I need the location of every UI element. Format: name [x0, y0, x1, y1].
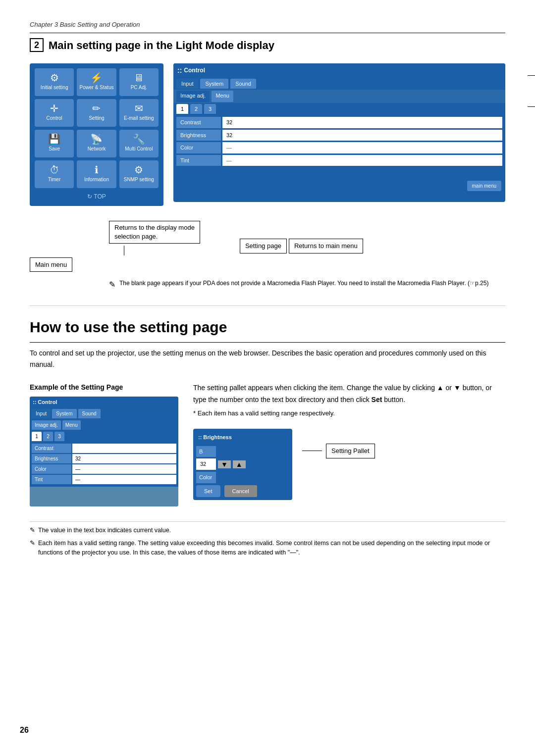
ex-sub-tabs: Image adj. Menu: [30, 419, 178, 431]
ex-row-brightness[interactable]: Brightness 32: [32, 454, 176, 463]
ex-dots-icon: ::: [33, 398, 36, 406]
power-status-icon: ⚡: [90, 73, 103, 83]
subtab-image-adj[interactable]: Image adj.: [176, 91, 210, 102]
menu-item-pc-adj[interactable]: 🖥 PC Adj.: [119, 68, 159, 96]
pallet-dots-icon: ::: [198, 433, 202, 442]
ex-row-contrast: Contrast: [32, 444, 176, 453]
tab-input[interactable]: Input: [176, 79, 198, 89]
ex-subtab-menu[interactable]: Menu: [62, 420, 81, 430]
ex-tab-system[interactable]: System: [52, 409, 76, 418]
ex-page-3[interactable]: 3: [54, 432, 64, 441]
setting-range-note: * Each item has a valid setting range re…: [193, 408, 505, 419]
page-tab-2[interactable]: 2: [190, 104, 202, 114]
pallet-popup: :: Brightness B 32 ▼ ▲ Color: [193, 429, 292, 500]
menu-item-save[interactable]: 💾 Save: [35, 130, 74, 157]
diagram-area: ⚙ Initial setting ⚡ Power & Status 🖥 PC …: [30, 63, 505, 206]
top-link[interactable]: ↻ TOP: [87, 192, 106, 201]
returns-main-label: Returns to main menu: [289, 239, 363, 253]
main-menu-button[interactable]: main menu: [467, 181, 501, 191]
control-page-tabs: 1 2 3: [173, 103, 505, 115]
email-icon: ✉: [135, 103, 143, 113]
control-header: :: Control: [173, 63, 505, 78]
row-brightness: Brightness 32: [176, 130, 502, 141]
example-right-text: The setting pallet appears when clicking…: [193, 382, 505, 406]
pallet-value-input[interactable]: 32: [196, 458, 216, 470]
ex-row-tint: Tint —: [32, 475, 176, 484]
bottom-note-2: ✎ Each item has a valid setting range. T…: [30, 539, 505, 557]
example-left: Example of the Setting Page :: Control I…: [30, 382, 178, 506]
returns-display-line: [124, 246, 124, 255]
menu-item-timer[interactable]: ⏱ Timer: [35, 160, 74, 188]
main-menu-annotation: Main menu: [30, 257, 505, 272]
pallet-area: :: Brightness B 32 ▼ ▲ Color: [193, 429, 505, 500]
example-right: The setting pallet appears when clicking…: [193, 382, 505, 506]
example-title: Example of the Setting Page: [30, 382, 178, 393]
main-diagram: ⚙ Initial setting ⚡ Power & Status 🖥 PC …: [30, 63, 505, 291]
tab-system[interactable]: System: [200, 79, 228, 89]
save-icon: 💾: [48, 134, 60, 144]
page-tab-1[interactable]: 1: [176, 104, 188, 114]
ex-tab-input[interactable]: Input: [32, 409, 51, 418]
control-main-tabs: Input System Sound: [173, 78, 505, 90]
ex-subtab-image[interactable]: Image adj.: [32, 420, 61, 430]
ex-rows: Contrast Brightness 32 Color — Tint —: [30, 442, 178, 487]
timer-icon: ⏱: [50, 165, 59, 175]
section2: How to use the setting page To control a…: [30, 316, 505, 557]
menu-item-setting[interactable]: ✏ Setting: [77, 99, 116, 127]
menu-grid: ⚙ Initial setting ⚡ Power & Status 🖥 PC …: [35, 68, 159, 188]
menu-item-snmp[interactable]: ⚙ SNMP setting: [119, 160, 159, 188]
returns-display-annotation: Returns to the display modeselection pag…: [109, 221, 200, 255]
section-number: 2: [30, 38, 44, 52]
chapter-header: Chapter 3 Basic Setting and Operation: [30, 20, 505, 33]
pallet-down-btn[interactable]: ▼: [218, 460, 231, 468]
pallet-b-row: B: [196, 446, 289, 457]
pc-adj-icon: 🖥: [134, 73, 144, 83]
menu-item-control[interactable]: ✛ Control: [35, 99, 74, 127]
control-sub-tabs: Image adj. Menu: [173, 90, 505, 103]
pallet-set-button[interactable]: Set: [196, 485, 220, 498]
bottom-annotations: Returns to the display modeselection pag…: [30, 221, 505, 255]
pallet-arrow-line: [302, 451, 322, 451]
bottom-note-1: ✎ The value in the text box indicates cu…: [30, 526, 505, 535]
right-panel: :: Control Input System Sound Image adj.…: [173, 63, 505, 206]
control-dots-icon: ::: [177, 65, 182, 76]
example-area: Example of the Setting Page :: Control I…: [30, 382, 505, 506]
pallet-cancel-button[interactable]: Cancel: [224, 485, 257, 498]
pallet-popup-header: :: Brightness: [196, 432, 289, 443]
control-icon: ✛: [50, 103, 58, 113]
subtab-menu[interactable]: Menu: [212, 91, 233, 102]
information-icon: ℹ: [95, 165, 99, 175]
network-icon: 📡: [90, 134, 103, 144]
menu-item-information[interactable]: ℹ Information: [77, 160, 116, 188]
setting-icon: ✏: [92, 103, 101, 113]
note2-icon: ✎: [30, 539, 35, 548]
returns-display-label: Returns to the display modeselection pag…: [109, 221, 200, 244]
page-tab-3[interactable]: 3: [204, 104, 216, 114]
page-numbers-annotation: Page numbers: [528, 100, 535, 114]
note1-icon: ✎: [30, 526, 35, 535]
how-desc: To control and set up the projector, use…: [30, 348, 505, 370]
control-panel: :: Control Input System Sound Image adj.…: [173, 63, 505, 202]
snmp-icon: ⚙: [134, 165, 143, 175]
ex-tab-sound[interactable]: Sound: [78, 409, 101, 418]
row-color: Color —: [176, 142, 502, 153]
multi-control-icon: 🔧: [133, 134, 145, 144]
setting-pallet-label-row: Setting Pallet: [302, 444, 375, 458]
example-panel: :: Control Input System Sound Image adj.…: [30, 397, 178, 506]
menu-item-power-status[interactable]: ⚡ Power & Status: [77, 68, 116, 96]
pallet-value-row: 32 ▼ ▲: [196, 458, 289, 470]
pallet-up-btn[interactable]: ▲: [233, 460, 246, 468]
control-table: Contrast 32 Brightness 32 Color — Tint —: [173, 115, 505, 169]
section1-title: 2 Main setting page in the Light Mode di…: [30, 37, 505, 53]
top-link-area: ↻ TOP: [35, 192, 159, 201]
menu-item-initial-setting[interactable]: ⚙ Initial setting: [35, 68, 74, 96]
ex-page-1[interactable]: 1: [32, 432, 42, 441]
setting-page-label: Setting page: [240, 239, 287, 253]
menu-item-email[interactable]: ✉ E-mail setting: [119, 99, 159, 127]
tab-sound[interactable]: Sound: [230, 79, 256, 89]
ex-page-2[interactable]: 2: [43, 432, 53, 441]
right-annotations: Sub menu tab Page numbers: [528, 68, 535, 114]
menu-item-network[interactable]: 📡 Network: [77, 130, 116, 157]
ex-row-color: Color —: [32, 464, 176, 474]
menu-item-multi-control[interactable]: 🔧 Multi Control: [119, 130, 159, 157]
